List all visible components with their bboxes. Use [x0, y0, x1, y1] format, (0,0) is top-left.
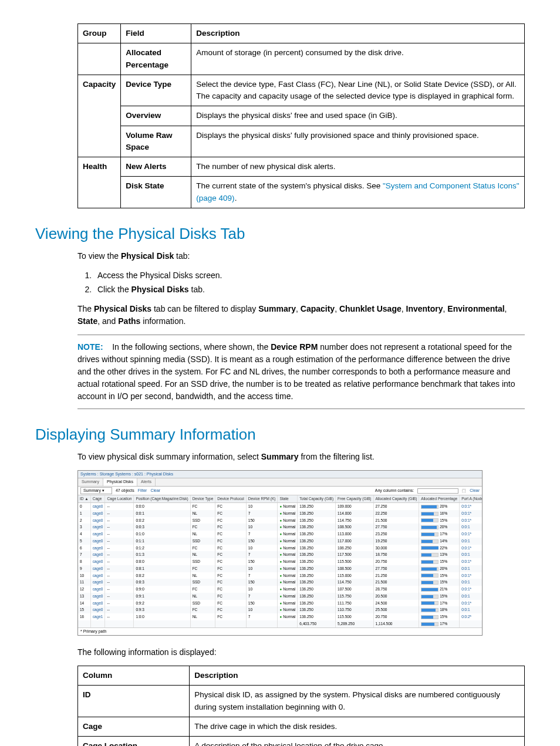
grid-col-header[interactable]: Device Type	[190, 495, 215, 502]
grid-cell: 10	[246, 524, 278, 531]
grid-cell	[90, 620, 105, 627]
grid-col-header[interactable]: Free Capacity (GiB)	[336, 495, 373, 502]
grid-col-header[interactable]: State	[278, 495, 298, 502]
field-cell: Device Type	[121, 75, 191, 106]
grid-col-header[interactable]: Cage	[90, 495, 105, 502]
grid-cell: 136.250	[298, 517, 336, 524]
grid-cell: 0:0:1*	[460, 572, 482, 579]
grid-cell: 5,289.250	[336, 620, 373, 627]
grid-cell: --	[105, 613, 134, 620]
filter-link[interactable]: Filter	[138, 488, 147, 494]
table-row[interactable]: 4cage0--0:1:0NLFC7Normal136.250113.00023…	[78, 531, 482, 538]
grid-cell: SSD	[190, 517, 215, 524]
table-row[interactable]: 1cage0--0:0:1NLFC7Normal136.250114.00022…	[78, 510, 482, 517]
cell-id: 9	[78, 565, 90, 572]
grid-cell: 10	[246, 565, 278, 572]
grid-cell: --	[105, 586, 134, 593]
table-row[interactable]: 15cage0--0:9:3FCFC10Normal136.250110.750…	[78, 606, 482, 613]
physical-disks-grid[interactable]: ID ▲CageCage LocationPosition (Cage:Maga…	[78, 495, 482, 627]
grid-cell: FC	[215, 531, 247, 538]
physical-disks-screenshot: Systems : Storage Systems : s021 : Physi…	[77, 470, 483, 636]
grid-cell: FC	[215, 545, 247, 552]
table-row[interactable]: 7cage0--0:1:3NLFC7Normal136.250117.50018…	[78, 551, 482, 558]
grid-cell: 0:0:1	[460, 538, 482, 545]
grid-col-header[interactable]: Allocated Capacity (GiB)	[373, 495, 419, 502]
grid-col-header[interactable]: Cage Location	[105, 495, 134, 502]
grid-cell: 7	[246, 593, 278, 600]
grid-cell: 0:0:1	[460, 606, 482, 613]
grid-cell: 0:1:1	[134, 538, 190, 545]
field-cell: Overview	[121, 106, 191, 126]
cell-pct: 18%	[419, 606, 460, 613]
column-description-table: Column Description IDPhysical disk ID, a…	[77, 666, 525, 746]
table-row[interactable]: 3cage0--0:0:3FCFC10Normal136.250108.5002…	[78, 524, 482, 531]
cell-pct: 15%	[419, 613, 460, 620]
table-row[interactable]: 0cage0--0:0:0FCFC10Normal136.250109.0002…	[78, 503, 482, 510]
grid-cell: 117.500	[336, 551, 373, 558]
cell-cage: cage0	[90, 606, 105, 613]
table-row[interactable]: 10cage0--0:8:2NLFC7Normal136.250115.0002…	[78, 572, 482, 579]
grid-cell: 0:0:1	[134, 510, 190, 517]
grid-cell: 27.750	[373, 565, 419, 572]
cell-id: 12	[78, 586, 90, 593]
table-row[interactable]: 8cage0--0:8:0SSDFC150Normal136.250115.50…	[78, 558, 482, 565]
table-row[interactable]: 6cage0--0:1:2FCFC10Normal136.250106.2503…	[78, 545, 482, 552]
grid-cell: 136.250	[298, 586, 336, 593]
cross-ref-link[interactable]: "System and Component Status Icons" (pag…	[196, 181, 519, 202]
tab-alerts[interactable]: Alerts	[137, 478, 156, 486]
grid-cell: NL	[190, 531, 215, 538]
table-row[interactable]: 2cage0--0:0:2SSDFC150Normal136.250114.75…	[78, 517, 482, 524]
table-row[interactable]: 16cage1--1:0:0NLFC7Normal136.250115.5002…	[78, 613, 482, 620]
desc-cell: The number of new physical disk alerts.	[191, 157, 525, 177]
grid-cell: 27.750	[373, 524, 419, 531]
grid-col-header[interactable]: Port A (Node:Slot:Port)	[460, 495, 482, 502]
object-count: 47 objects	[116, 488, 134, 494]
grid-col-header[interactable]: Device RPM (K)	[246, 495, 278, 502]
grid-col-header[interactable]: ID ▲	[78, 495, 90, 502]
grid-cell: 0:1:3	[134, 551, 190, 558]
grid-col-header[interactable]: Allocated Percentage	[419, 495, 460, 502]
grid-cell: 107.500	[336, 586, 373, 593]
cell-pct: 15%	[419, 517, 460, 524]
grid-cell: 115.500	[336, 613, 373, 620]
cell-cage: cage0	[90, 545, 105, 552]
table-row[interactable]: 11cage0--0:8:3SSDFC150Normal136.250114.7…	[78, 579, 482, 586]
grid-cell: FC	[215, 613, 247, 620]
tab-summary[interactable]: Summary	[78, 478, 103, 486]
table-row[interactable]: 12cage0--0:9:0FCFC10Normal136.250107.500…	[78, 586, 482, 593]
grid-cell: 7	[246, 531, 278, 538]
grid-cell: --	[105, 510, 134, 517]
grid-cell: 21.500	[373, 579, 419, 586]
grid-cell: FC	[215, 565, 247, 572]
table-row[interactable]: 14cage0--0:9:2SSDFC150Normal136.250111.7…	[78, 600, 482, 607]
table-row[interactable]: 5cage0--0:1:1SSDFC150Normal136.250117.00…	[78, 538, 482, 545]
grid-cell: 0:9:1	[134, 593, 190, 600]
table-row[interactable]: 9cage0--0:8:1FCFC10Normal136.250108.5002…	[78, 565, 482, 572]
steps-list: Access the Physical Disks screen.Click t…	[77, 269, 525, 296]
col-field: Field	[121, 24, 191, 43]
grid-col-header[interactable]: Device Protocol	[215, 495, 247, 502]
cell-state: Normal	[278, 545, 298, 552]
grid-cell: --	[105, 524, 134, 531]
grid-cell: --	[105, 600, 134, 607]
table-row[interactable]: 13cage0--0:9:1NLFC7Normal136.250115.7502…	[78, 593, 482, 600]
grid-cell: 0:9:3	[134, 606, 190, 613]
filter-select[interactable]: Summary ▾	[80, 487, 112, 495]
cell-pct: 21%	[419, 586, 460, 593]
tab-physical-disks[interactable]: Physical Disks	[103, 478, 137, 486]
export-icon[interactable]: ⬚	[462, 488, 466, 494]
grid-cell: 0:0:2	[134, 517, 190, 524]
grid-col-header[interactable]: Position (Cage:Magazine:Disk)	[134, 495, 190, 502]
grid-cell: 0:8:0	[134, 558, 190, 565]
grid-cell: 0:0:1*	[460, 600, 482, 607]
cell-state: Normal	[278, 565, 298, 572]
cell-state: Normal	[278, 531, 298, 538]
search-input[interactable]	[417, 488, 458, 494]
grid-col-header[interactable]: Total Capacity (GiB)	[298, 495, 336, 502]
cell-pct: 17%	[419, 600, 460, 607]
clear-link-2[interactable]: Clear	[470, 488, 480, 494]
grid-cell: 136.250	[298, 503, 336, 510]
cell-id: 4	[78, 531, 90, 538]
grid-cell: FC	[215, 510, 247, 517]
clear-link[interactable]: Clear	[150, 488, 160, 494]
